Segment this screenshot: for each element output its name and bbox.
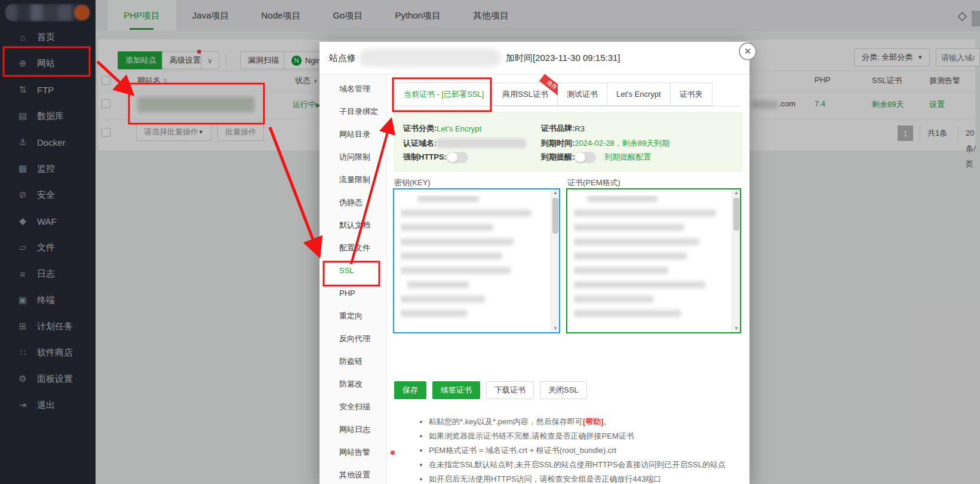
- close-ssl-button[interactable]: 关闭SSL: [540, 381, 587, 399]
- save-button[interactable]: 保存: [394, 381, 426, 399]
- pem-textarea[interactable]: ▲ ▼: [566, 188, 741, 333]
- remind-config-link[interactable]: 到期提醒配置: [604, 152, 651, 163]
- modal-nav-ssl[interactable]: SSL: [320, 259, 386, 282]
- ssl-action-buttons: 保存 续签证书 下载证书 关闭SSL: [394, 381, 587, 399]
- modal-nav-redirect[interactable]: 重定向: [320, 305, 386, 327]
- note-item: 在未指定SSL默认站点时,未开启SSL的站点使用HTTPS会直接访问到已开启SS…: [429, 458, 726, 472]
- key-label: 密钥(KEY): [394, 177, 431, 188]
- cert-type-value: Let's Encrypt: [437, 124, 481, 133]
- note-item: 如开启后无法使用HTTPS访问，请检查安全组是否正确放行443端口: [429, 472, 726, 484]
- modal-nav-subdir[interactable]: 子目录绑定: [320, 100, 386, 123]
- renew-cert-button[interactable]: 续签证书: [432, 381, 480, 399]
- scroll-down-icon[interactable]: ▼: [732, 325, 741, 332]
- modal-nav-other[interactable]: 其他设置: [320, 464, 386, 484]
- scroll-down-icon[interactable]: ▼: [551, 325, 560, 332]
- cert-expire-label: 到期时间:: [541, 138, 575, 149]
- modal-nav-traffic-limit[interactable]: 流量限制: [320, 169, 386, 191]
- key-scrollbar[interactable]: ▲ ▼: [551, 189, 559, 332]
- cert-info-panel: 证书分类: Let's Encrypt 证书品牌: R3 认证域名: 到期时间:…: [394, 112, 742, 171]
- modal-nav-php[interactable]: PHP: [320, 282, 386, 305]
- force-https-label: 强制HTTPS:: [403, 152, 447, 163]
- ssl-tab-label: 商用SSL证书: [502, 90, 548, 99]
- help-link[interactable]: [帮助]: [583, 417, 604, 426]
- modal-nav-site-log[interactable]: 网站日志: [320, 418, 386, 441]
- modal-nav: 域名管理 子目录绑定 网站目录 访问限制 流量限制 伪静态 默认文档 配置文件 …: [320, 75, 387, 484]
- modal-nav-reverse-proxy[interactable]: 反向代理: [320, 327, 386, 350]
- ssl-tabs: 当前证书 - [已部署SSL] 商用SSL证书推荐 测试证书 Let's Enc…: [394, 83, 741, 106]
- modal-nav-label: 网站告警: [339, 448, 370, 457]
- modal-nav-rewrite[interactable]: 伪静态: [320, 191, 386, 214]
- bt-panel-screen: ⌂首页 ⊕网站 ⇅FTP ▤数据库 ⚓Docker ▦监控 ⊘安全 ◆WAF ▱…: [0, 0, 980, 484]
- note-item: PEM格式证书 = 域名证书.crt + 根证书(root_bundle).cr…: [429, 443, 726, 458]
- close-icon[interactable]: ✕: [739, 42, 757, 60]
- key-textarea[interactable]: ▲ ▼: [393, 188, 560, 333]
- note-item: 粘贴您的*.key以及*.pem内容，然后保存即可[帮助]。: [429, 415, 726, 429]
- modal-nav-tamper-proof[interactable]: 防篡改: [320, 373, 386, 396]
- modal-nav-sitedir[interactable]: 网站目录: [320, 123, 386, 146]
- cert-expire-value: 2024-02-28，剩余89天到期: [575, 138, 669, 149]
- expire-remind-label: 到期提醒:: [541, 152, 575, 163]
- modal-nav-anti-leech[interactable]: 防盗链: [320, 350, 386, 373]
- ssl-tab-test[interactable]: 测试证书: [558, 82, 607, 106]
- download-cert-button[interactable]: 下载证书: [486, 381, 534, 399]
- expire-remind-toggle[interactable]: [575, 152, 596, 163]
- ssl-tab-commercial[interactable]: 商用SSL证书推荐: [493, 82, 558, 106]
- cert-brand-label: 证书品牌:: [541, 123, 575, 134]
- cert-type-label: 证书分类:: [403, 123, 437, 134]
- site-modify-modal: ✕ 站点修 加时间[2023-11-30 09:15:31] 域名管理 子目录绑…: [320, 42, 749, 484]
- modal-nav-site-alert[interactable]: 网站告警: [320, 441, 386, 464]
- cert-brand-value: R3: [575, 124, 585, 133]
- key-content-blurred: [400, 195, 546, 327]
- modal-title-suffix: 加时间[2023-11-30 09:15:31]: [506, 53, 620, 64]
- modal-nav-default-doc[interactable]: 默认文档: [320, 214, 386, 237]
- modal-title-prefix: 站点修: [329, 53, 356, 64]
- ssl-tab-current[interactable]: 当前证书 - [已部署SSL]: [394, 82, 493, 106]
- pem-scrollbar[interactable]: ▲ ▼: [732, 189, 740, 332]
- modal-titlebar: 站点修 加时间[2023-11-30 09:15:31]: [320, 42, 749, 75]
- ssl-panel: 当前证书 - [已部署SSL] 商用SSL证书推荐 测试证书 Let's Enc…: [387, 75, 749, 484]
- ssl-tab-lets-encrypt[interactable]: Let's Encrypt: [607, 82, 671, 106]
- scroll-up-icon[interactable]: ▲: [551, 189, 560, 197]
- modal-nav-security-scan[interactable]: 安全扫描: [320, 396, 386, 418]
- cert-domain-blurred: [437, 139, 526, 148]
- ssl-help-notes: 粘贴您的*.key以及*.pem内容，然后保存即可[帮助]。 如果浏览器提示证书…: [405, 415, 726, 484]
- note-item: 如果浏览器提示证书链不完整,请检查是否正确拼接PEM证书: [429, 429, 726, 443]
- ssl-tab-cert-folder[interactable]: 证书夹: [671, 82, 712, 106]
- scroll-up-icon[interactable]: ▲: [732, 189, 741, 197]
- modal-title-domain-blurred: [359, 49, 501, 67]
- modal-nav-domain[interactable]: 域名管理: [320, 78, 386, 100]
- modal-nav-access-limit[interactable]: 访问限制: [320, 146, 386, 169]
- cert-domain-label: 认证域名:: [403, 138, 437, 149]
- modal-nav-config-file[interactable]: 配置文件: [320, 237, 386, 259]
- pem-label: 证书(PEM格式): [567, 177, 620, 188]
- force-https-toggle[interactable]: [447, 152, 468, 163]
- pem-content-blurred: [573, 195, 727, 327]
